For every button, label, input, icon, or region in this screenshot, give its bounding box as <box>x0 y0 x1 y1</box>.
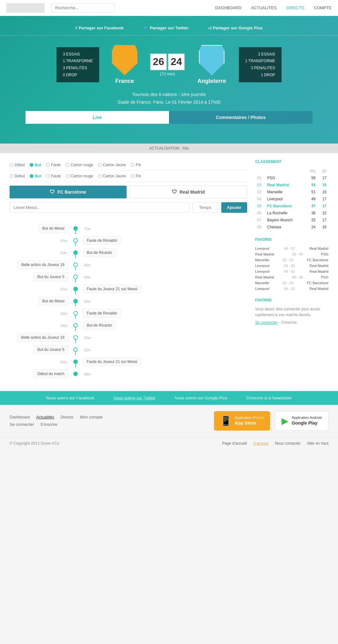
footer-apropos[interactable]: A propos <box>254 441 268 446</box>
filter-debut-2[interactable]: Début <box>10 174 25 178</box>
tl-time-right: 12m <box>84 348 91 352</box>
classement-team[interactable]: Chelsea <box>266 224 305 230</box>
filter-carton-jaune-1[interactable]: Carton Jaune <box>98 163 126 167</box>
match-info: Tournois des 6 nations - 1ère journée St… <box>0 86 338 111</box>
tab-comments[interactable]: Commentaires / Photos <box>169 111 312 124</box>
filter-carton-jaune-2[interactable]: Carton Jaune <box>98 174 126 178</box>
nav-dashboard[interactable]: DASHBOARD <box>215 5 241 10</box>
share-twitter[interactable]: 🐦 Partager sur Twitter <box>143 26 189 30</box>
filter-carton-rouge-1[interactable]: Carton rouge <box>66 163 93 167</box>
team-right-label: Real Madrid <box>180 189 205 195</box>
team-selector-row: 🛡 FC Barcelone 🛡 Real Madrid <box>10 186 247 198</box>
radio-debut-1[interactable] <box>10 163 13 167</box>
classement-team[interactable]: PSG <box>266 175 305 181</box>
classement-team[interactable]: Bayern Munich <box>266 217 305 223</box>
classement-team[interactable]: Real Madrid <box>266 182 305 188</box>
filter-fin-1[interactable]: Fin <box>131 163 141 167</box>
team-real-madrid-btn[interactable]: 🛡 Real Madrid <box>130 186 247 198</box>
favoris-login-link[interactable]: Se connecter <box>255 320 278 325</box>
filter-debut-1[interactable]: Début <box>10 163 25 167</box>
nav-directs[interactable]: DIRECTS <box>286 5 304 10</box>
filter-faute-1[interactable]: Faute <box>46 163 61 167</box>
favoris-score: 05 - 00 <box>292 252 303 256</box>
favoris-home: Liverpool <box>255 247 269 250</box>
timeline-item: But du Joueur 5 43m <box>10 272 247 281</box>
timeline-item: 32m Faute de Ronaldo <box>10 309 247 318</box>
footer-nav-directs[interactable]: Directs <box>61 415 73 419</box>
share-facebook[interactable]: f Partager sur Facebook <box>75 26 123 30</box>
footer-twitter-link[interactable]: Nous suivre sur Twitter <box>114 396 156 400</box>
favoris-register-link[interactable]: S'inscrire <box>281 320 297 325</box>
footer-nav-moncompte[interactable]: Mon compte <box>80 415 103 419</box>
classement-team[interactable]: FC Barcelone <box>266 203 305 209</box>
app-ios-text: Application iPhone App Store <box>235 415 264 426</box>
classement-rank: 03 <box>256 189 265 195</box>
footer-nav-dashboard[interactable]: Dashboard <box>10 415 30 419</box>
footer-nav-actualites[interactable]: Actualités <box>36 415 54 419</box>
tl-time-right: 43m <box>84 275 91 279</box>
footer-gplus-link[interactable]: Nous suivre sur Google Plus <box>175 396 227 400</box>
nav-actualites[interactable]: ACTUALITES <box>251 5 276 10</box>
team-left-label: FC Barcelone <box>57 189 86 195</box>
radio-faute-2[interactable] <box>46 174 50 178</box>
stat-penalites-left: 3 PENALITES <box>63 65 93 72</box>
favoris-title-1: FAVORIS <box>255 237 328 243</box>
tl-left: 04m <box>10 359 73 364</box>
team-fc-barcelone-btn[interactable]: 🛡 FC Barcelone <box>10 186 127 198</box>
footer-page-accueil[interactable]: Page d'accueil <box>222 441 247 446</box>
footer-facebook-link[interactable]: Nous suivre sur Facebook <box>46 396 94 400</box>
favoris-score: 02 - 03 <box>283 258 293 262</box>
social-share-bar: f Partager sur Facebook 🐦 Partager sur T… <box>0 22 338 35</box>
footer-aller-en-haut[interactable]: Aller en haut <box>307 441 328 446</box>
nav-compte[interactable]: COMPTE <box>314 5 332 10</box>
timeline-item: But du Joueur 5 12m <box>10 345 247 354</box>
classement-team[interactable]: Liverpool <box>266 196 305 202</box>
favoris-home: Real Madrid <box>255 275 274 279</box>
radio-fin-1[interactable] <box>131 163 135 167</box>
tab-live[interactable]: Live <box>26 111 169 124</box>
radio-but-2[interactable] <box>30 174 33 178</box>
radio-carton-rouge-1[interactable] <box>66 163 70 167</box>
tl-line <box>75 231 76 234</box>
radio-carton-jaune-2[interactable] <box>98 174 102 178</box>
radio-carton-jaune-1[interactable] <box>98 163 102 167</box>
favoris-message: Vous devez être connecter pour accès rap… <box>255 306 328 318</box>
radio-carton-rouge-2[interactable] <box>66 174 70 178</box>
footer-nav-sinscrire[interactable]: S'inscrire <box>40 422 57 427</box>
score-right: 24 <box>168 54 185 70</box>
logo <box>6 3 45 13</box>
favoris-away: Real Madrid <box>310 287 328 291</box>
search-input[interactable] <box>51 3 115 12</box>
hero-tabs: Live Commentaires / Photos <box>26 111 312 124</box>
filter-but-2[interactable]: But <box>30 174 41 178</box>
footer-bottom-links: Page d'accueil A propos Nous contacter A… <box>222 441 328 446</box>
tl-line <box>75 340 76 343</box>
filter-but-1[interactable]: But <box>30 163 41 167</box>
footer-newsletter-link[interactable]: S'inscrire à la Newsletter <box>246 396 292 400</box>
app-android-button[interactable]: ▶ Application Android Google Play <box>275 411 328 431</box>
share-gplus[interactable]: ◁ Partager sur Google Plus <box>208 26 263 30</box>
footer-nav-seconnecter[interactable]: Se connecter <box>10 422 34 427</box>
add-event-button[interactable]: Ajouter <box>221 202 247 213</box>
footer-nous-contacter[interactable]: Nous contacter <box>275 441 301 446</box>
classement-team[interactable]: Marseille <box>266 189 305 195</box>
filter-carton-rouge-2[interactable]: Carton rouge <box>66 174 93 178</box>
radio-fin-2[interactable] <box>131 174 135 178</box>
tl-center <box>73 347 78 352</box>
main-nav: DASHBOARD ACTUALITES DIRECTS COMPTE <box>215 5 332 10</box>
time-input[interactable] <box>193 202 218 213</box>
footer-nav-links: Dashboard Actualités Directs Mon compte … <box>10 415 103 427</box>
app-ios-button[interactable]: 📱 Application iPhone App Store <box>214 411 270 431</box>
favoris-score: 02 - 03 <box>283 281 293 285</box>
player-name-input[interactable] <box>10 202 189 213</box>
classement-team[interactable]: La Rochelle <box>266 210 305 216</box>
filter-faute-2[interactable]: Faute <box>46 174 61 178</box>
tl-center <box>73 263 78 267</box>
favoris-away: FC Barcelone <box>307 258 328 262</box>
filter-fin-2[interactable]: Fin <box>131 174 141 178</box>
tl-time-left: 55m <box>61 239 67 243</box>
tl-line <box>75 267 76 270</box>
radio-but-1[interactable] <box>30 163 33 167</box>
radio-faute-1[interactable] <box>46 163 50 167</box>
radio-debut-2[interactable] <box>10 174 13 178</box>
